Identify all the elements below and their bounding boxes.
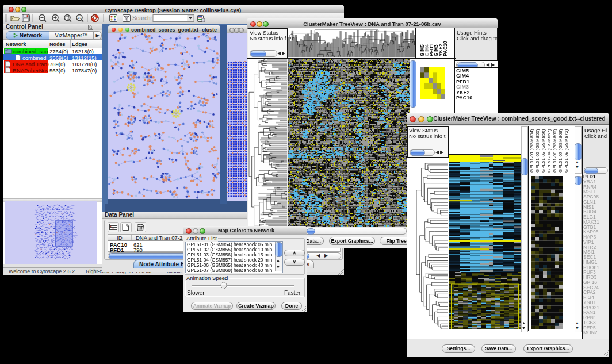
svg-text:Search:: Search:: [132, 15, 152, 21]
svg-text:1:1: 1:1: [77, 16, 82, 20]
